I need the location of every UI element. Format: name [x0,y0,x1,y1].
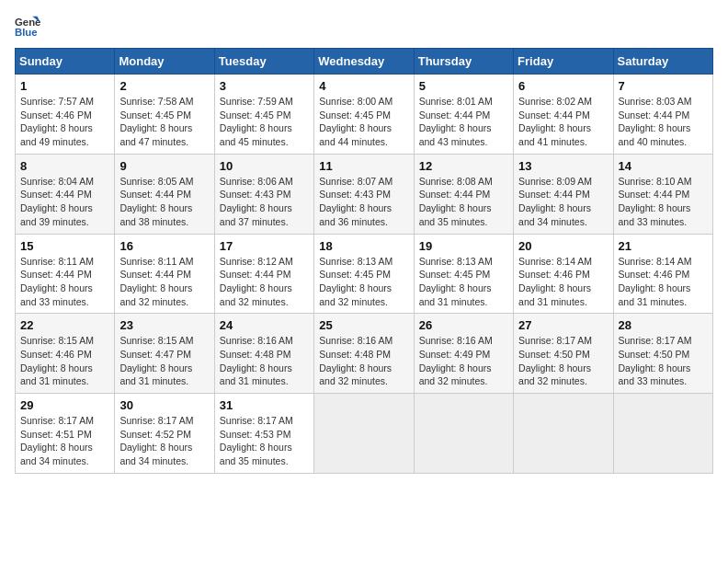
day-of-week-header: Thursday [414,49,513,75]
day-detail: Sunrise: 8:17 AM Sunset: 4:50 PM Dayligh… [518,334,608,388]
day-of-week-header: Friday [514,49,613,75]
day-of-week-header: Wednesday [314,49,414,75]
day-number: 24 [220,318,309,332]
calendar-cell: 15Sunrise: 8:11 AM Sunset: 4:44 PM Dayli… [16,234,115,314]
day-number: 5 [419,79,508,93]
day-detail: Sunrise: 7:59 AM Sunset: 4:45 PM Dayligh… [220,95,309,149]
day-detail: Sunrise: 8:17 AM Sunset: 4:52 PM Dayligh… [119,414,209,468]
day-number: 10 [220,159,309,173]
day-number: 31 [220,398,309,412]
logo: General Blue [15,15,40,40]
calendar-cell: 16Sunrise: 8:11 AM Sunset: 4:44 PM Dayli… [115,234,214,314]
calendar-cell: 11Sunrise: 8:07 AM Sunset: 4:43 PM Dayli… [314,154,414,234]
day-number: 20 [518,239,608,253]
logo-icon: General Blue [15,15,40,40]
day-detail: Sunrise: 8:14 AM Sunset: 4:46 PM Dayligh… [619,255,708,309]
day-number: 1 [20,79,109,93]
day-detail: Sunrise: 8:03 AM Sunset: 4:44 PM Dayligh… [619,95,708,149]
calendar-table: SundayMondayTuesdayWednesdayThursdayFrid… [15,48,713,474]
calendar-cell: 29Sunrise: 8:17 AM Sunset: 4:51 PM Dayli… [16,394,115,474]
day-detail: Sunrise: 8:17 AM Sunset: 4:51 PM Dayligh… [20,414,109,468]
day-number: 29 [20,398,109,412]
day-detail: Sunrise: 8:11 AM Sunset: 4:44 PM Dayligh… [20,255,109,309]
calendar-cell: 5Sunrise: 8:01 AM Sunset: 4:44 PM Daylig… [414,75,513,155]
day-detail: Sunrise: 8:12 AM Sunset: 4:44 PM Dayligh… [220,255,309,309]
day-detail: Sunrise: 8:13 AM Sunset: 4:45 PM Dayligh… [419,255,508,309]
calendar-cell: 27Sunrise: 8:17 AM Sunset: 4:50 PM Dayli… [514,314,613,394]
calendar-cell: 6Sunrise: 8:02 AM Sunset: 4:44 PM Daylig… [514,75,613,155]
day-detail: Sunrise: 8:17 AM Sunset: 4:53 PM Dayligh… [220,414,309,468]
calendar-cell: 30Sunrise: 8:17 AM Sunset: 4:52 PM Dayli… [115,394,214,474]
day-number: 23 [119,318,209,332]
day-number: 27 [518,318,608,332]
day-number: 9 [119,159,209,173]
day-number: 6 [518,79,608,93]
calendar-cell: 2Sunrise: 7:58 AM Sunset: 4:45 PM Daylig… [115,75,214,155]
day-number: 8 [20,159,109,173]
day-detail: Sunrise: 8:00 AM Sunset: 4:45 PM Dayligh… [319,95,408,149]
calendar-cell [314,394,414,474]
day-detail: Sunrise: 7:57 AM Sunset: 4:46 PM Dayligh… [20,95,109,149]
calendar-cell: 22Sunrise: 8:15 AM Sunset: 4:46 PM Dayli… [16,314,115,394]
calendar-cell: 26Sunrise: 8:16 AM Sunset: 4:49 PM Dayli… [414,314,513,394]
day-number: 21 [619,239,708,253]
day-number: 13 [518,159,608,173]
day-detail: Sunrise: 8:16 AM Sunset: 4:49 PM Dayligh… [419,334,508,388]
day-number: 2 [119,79,209,93]
calendar-cell: 13Sunrise: 8:09 AM Sunset: 4:44 PM Dayli… [514,154,613,234]
calendar-cell: 24Sunrise: 8:16 AM Sunset: 4:48 PM Dayli… [214,314,313,394]
day-detail: Sunrise: 8:07 AM Sunset: 4:43 PM Dayligh… [319,175,408,229]
day-detail: Sunrise: 8:01 AM Sunset: 4:44 PM Dayligh… [419,95,508,149]
day-detail: Sunrise: 8:02 AM Sunset: 4:44 PM Dayligh… [518,95,608,149]
day-detail: Sunrise: 8:15 AM Sunset: 4:46 PM Dayligh… [20,334,109,388]
day-detail: Sunrise: 8:16 AM Sunset: 4:48 PM Dayligh… [220,334,309,388]
day-detail: Sunrise: 8:04 AM Sunset: 4:44 PM Dayligh… [20,175,109,229]
day-detail: Sunrise: 8:11 AM Sunset: 4:44 PM Dayligh… [119,255,209,309]
calendar-cell: 14Sunrise: 8:10 AM Sunset: 4:44 PM Dayli… [613,154,712,234]
day-number: 11 [319,159,408,173]
day-number: 19 [419,239,508,253]
day-number: 26 [419,318,508,332]
day-number: 22 [20,318,109,332]
calendar-cell: 7Sunrise: 8:03 AM Sunset: 4:44 PM Daylig… [613,75,712,155]
day-number: 14 [619,159,708,173]
day-detail: Sunrise: 8:15 AM Sunset: 4:47 PM Dayligh… [119,334,209,388]
day-number: 16 [119,239,209,253]
calendar-cell: 19Sunrise: 8:13 AM Sunset: 4:45 PM Dayli… [414,234,513,314]
day-detail: Sunrise: 8:06 AM Sunset: 4:43 PM Dayligh… [220,175,309,229]
calendar-cell: 23Sunrise: 8:15 AM Sunset: 4:47 PM Dayli… [115,314,214,394]
calendar-cell: 31Sunrise: 8:17 AM Sunset: 4:53 PM Dayli… [214,394,313,474]
calendar-cell: 8Sunrise: 8:04 AM Sunset: 4:44 PM Daylig… [16,154,115,234]
day-number: 30 [119,398,209,412]
day-number: 28 [619,318,708,332]
calendar-cell: 4Sunrise: 8:00 AM Sunset: 4:45 PM Daylig… [314,75,414,155]
calendar-cell: 1Sunrise: 7:57 AM Sunset: 4:46 PM Daylig… [16,75,115,155]
calendar-cell: 21Sunrise: 8:14 AM Sunset: 4:46 PM Dayli… [613,234,712,314]
day-number: 17 [220,239,309,253]
day-number: 25 [319,318,408,332]
day-detail: Sunrise: 8:14 AM Sunset: 4:46 PM Dayligh… [518,255,608,309]
day-detail: Sunrise: 8:16 AM Sunset: 4:48 PM Dayligh… [319,334,408,388]
day-number: 3 [220,79,309,93]
svg-text:Blue: Blue [15,27,38,38]
calendar-cell [414,394,513,474]
day-number: 12 [419,159,508,173]
day-of-week-header: Tuesday [214,49,313,75]
calendar-cell: 9Sunrise: 8:05 AM Sunset: 4:44 PM Daylig… [115,154,214,234]
day-detail: Sunrise: 8:05 AM Sunset: 4:44 PM Dayligh… [119,175,209,229]
day-number: 18 [319,239,408,253]
calendar-cell: 3Sunrise: 7:59 AM Sunset: 4:45 PM Daylig… [214,75,313,155]
day-detail: Sunrise: 8:17 AM Sunset: 4:50 PM Dayligh… [619,334,708,388]
calendar-cell: 20Sunrise: 8:14 AM Sunset: 4:46 PM Dayli… [514,234,613,314]
calendar-cell: 25Sunrise: 8:16 AM Sunset: 4:48 PM Dayli… [314,314,414,394]
day-detail: Sunrise: 8:09 AM Sunset: 4:44 PM Dayligh… [518,175,608,229]
calendar-cell [613,394,712,474]
calendar-cell: 17Sunrise: 8:12 AM Sunset: 4:44 PM Dayli… [214,234,313,314]
day-number: 15 [20,239,109,253]
day-detail: Sunrise: 8:08 AM Sunset: 4:44 PM Dayligh… [419,175,508,229]
day-detail: Sunrise: 8:10 AM Sunset: 4:44 PM Dayligh… [619,175,708,229]
day-number: 4 [319,79,408,93]
day-of-week-header: Monday [115,49,214,75]
calendar-cell [514,394,613,474]
day-of-week-header: Sunday [16,49,115,75]
